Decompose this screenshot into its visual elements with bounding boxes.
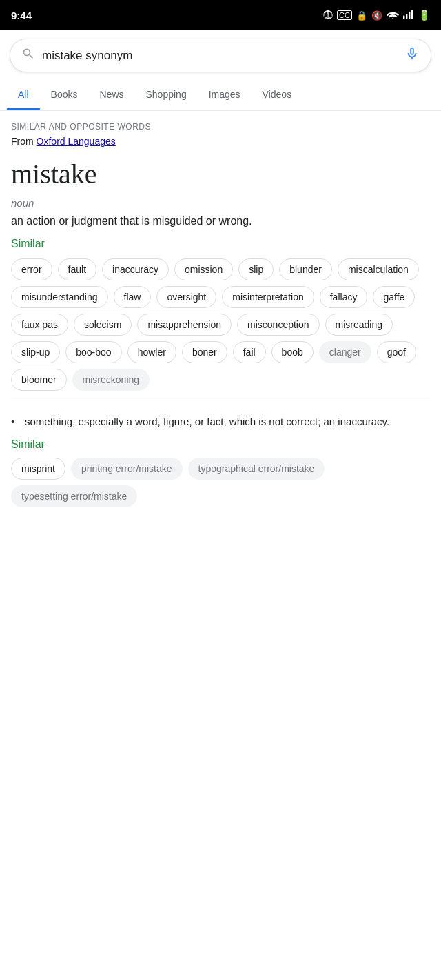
source-line: From Oxford Languages [11,136,430,147]
status-bar: 9:44 ⓵ CC 🔒 🔇 🔋 [0,0,441,30]
chip-flaw[interactable]: flaw [114,286,152,308]
chip-typographical-error-mistake[interactable]: typographical error/mistake [188,458,325,480]
chip-fault[interactable]: fault [58,258,96,280]
chip-clanger[interactable]: clanger [319,341,371,363]
chip-misapprehension[interactable]: misapprehension [137,314,232,336]
similar-label-2: Similar [11,438,430,451]
chip-goof[interactable]: goof [377,341,416,363]
svg-rect-2 [406,14,407,19]
chip-slip-up[interactable]: slip-up [11,341,60,363]
pos-label: noun [11,197,430,209]
svg-point-0 [392,18,394,19]
mute-icon: 🔇 [371,10,382,21]
chip-misconception[interactable]: misconception [237,314,320,336]
chip-boo-boo[interactable]: boo-boo [65,341,121,363]
chip-misprint[interactable]: misprint [11,458,65,480]
chip-typesetting-error-mistake[interactable]: typesetting error/mistake [11,485,137,507]
chip-misreckoning[interactable]: misreckoning [72,369,150,391]
chip-omission[interactable]: omission [174,258,233,280]
lock-icon: 🔒 [356,10,367,21]
section-label: SIMILAR AND OPPOSITE WORDS [11,122,430,132]
chip-boob[interactable]: boob [271,341,314,363]
chip-gaffe[interactable]: gaffe [373,286,415,308]
status-icons: ⓵ CC 🔒 🔇 🔋 [323,10,430,21]
definition-1: an action or judgment that is misguided … [11,213,430,229]
chip-fail[interactable]: fail [233,341,266,363]
chip-misreading[interactable]: misreading [325,314,393,336]
chip-slip[interactable]: slip [238,258,274,280]
svg-rect-1 [403,15,404,19]
main-content: SIMILAR AND OPPOSITE WORDS From Oxford L… [0,111,441,402]
alert-icon: ⓵ [323,10,333,21]
tab-images[interactable]: Images [198,81,252,110]
chip-fallacy[interactable]: fallacy [320,286,368,308]
chip-misinterpretation[interactable]: misinterpretation [222,286,314,308]
chip-inaccuracy[interactable]: inaccuracy [102,258,169,280]
tab-books[interactable]: Books [40,81,89,110]
chip-boner[interactable]: boner [182,341,227,363]
wifi-icon [387,10,399,21]
tab-shopping[interactable]: Shopping [135,81,198,110]
cc-icon: CC [337,10,352,20]
search-query[interactable]: mistake synonym [42,49,404,63]
svg-rect-3 [409,12,410,19]
divider [11,402,430,402]
signal-icon [403,10,414,21]
tab-all[interactable]: All [7,81,40,110]
chip-miscalculation[interactable]: miscalculation [338,258,419,280]
chip-misunderstanding[interactable]: misunderstanding [11,286,108,308]
svg-rect-4 [411,10,413,19]
battery-icon: 🔋 [418,10,430,21]
nav-tabs: All Books News Shopping Images Videos [0,81,441,111]
source-link[interactable]: Oxford Languages [37,136,116,147]
similar-label-1: Similar [11,238,430,250]
tab-videos[interactable]: Videos [252,81,303,110]
chip-faux-pas[interactable]: faux pas [11,314,68,336]
search-bar[interactable]: mistake synonym [10,39,431,72]
chips-container-1: errorfaultinaccuracyomissionslipblunderm… [11,258,430,391]
tab-news[interactable]: News [88,81,134,110]
definition-section-2: something, especially a word, figure, or… [0,414,441,521]
chip-howler[interactable]: howler [127,341,176,363]
search-container: mistake synonym [0,30,441,81]
chips-container-2: misprintprinting error/mistaketypographi… [11,458,430,507]
chip-printing-error-mistake[interactable]: printing error/mistake [71,458,183,480]
status-time: 9:44 [11,10,32,21]
search-icon [21,47,35,64]
word-title: mistake [11,158,430,190]
chip-blunder[interactable]: blunder [279,258,332,280]
bullet-definition: something, especially a word, figure, or… [11,414,430,430]
chip-oversight[interactable]: oversight [156,286,216,308]
chip-error[interactable]: error [11,258,52,280]
chip-solecism[interactable]: solecism [74,314,132,336]
mic-icon[interactable] [404,46,420,65]
chip-bloomer[interactable]: bloomer [11,369,67,391]
